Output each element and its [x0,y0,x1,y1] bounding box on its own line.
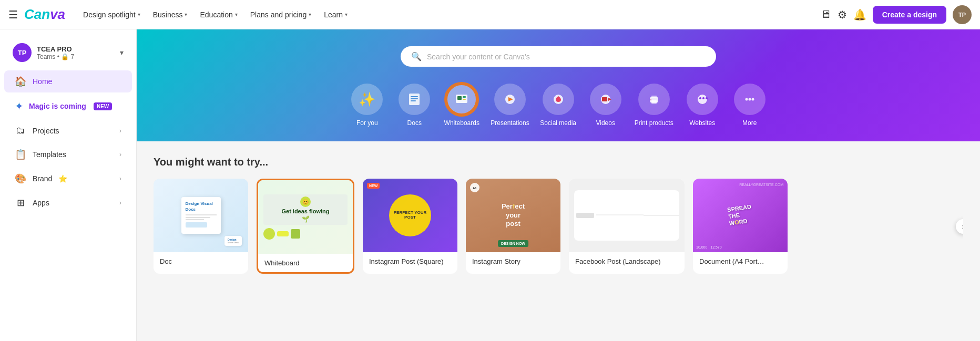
instagram-story-label: Instagram Story [466,252,560,271]
chevron-right-icon: › [119,199,121,206]
sidebar-magic-label: Magic is coming [29,102,86,110]
chevron-right-icon: › [119,175,121,182]
sidebar-item-projects[interactable]: 🗂 Projects › [4,120,132,141]
top-nav-items: Design spotlight ▾ Business ▾ Education … [78,7,816,22]
cards-next-button[interactable]: › [956,219,963,234]
print-products-circle [638,84,670,115]
chevron-down-icon: ▾ [345,12,348,17]
social-media-circle [543,84,574,115]
svg-point-19 [699,97,701,99]
websites-circle [687,84,718,115]
category-websites[interactable]: Websites [684,84,721,127]
facebook-post-thumb [569,179,685,252]
chevron-down-icon: ▾ [120,48,124,57]
category-social-media[interactable]: Social media [540,84,577,127]
svg-rect-1 [411,96,418,97]
svg-point-24 [751,98,754,101]
document-a4-label: Document (A4 Port… [693,252,788,271]
card-document-a4[interactable]: SPREADTHEWORD 10,000 12,570 REALLYGREATS… [693,179,788,274]
hero-banner: 🔍 ✨ For you Docs Whi [137,29,980,141]
home-icon: 🏠 [15,76,26,87]
nav-design-spotlight[interactable]: Design spotlight ▾ [78,7,146,22]
sidebar-item-home[interactable]: 🏠 Home [4,70,132,92]
card-instagram-post[interactable]: PERFECT YOUR POST NEW Instagram Post (Sq… [363,179,457,274]
chevron-right-icon: › [119,151,121,158]
sidebar-item-brand[interactable]: 🎨 Brand ⭐ › [4,168,132,190]
svg-point-18 [698,95,707,104]
sidebar-user[interactable]: TP TCEA PRO Teams • 🔒 7 ▾ [4,38,132,67]
sidebar-item-templates[interactable]: 📋 Templates › [4,143,132,166]
category-videos[interactable]: Videos [587,84,624,127]
whiteboard-label: Whiteboard [258,254,353,272]
main-layout: TP TCEA PRO Teams • 🔒 7 ▾ 🏠 Home ✦ Magic… [0,29,980,341]
new-badge: NEW [94,102,112,110]
for-you-circle: ✨ [351,84,383,115]
svg-rect-2 [411,98,418,99]
svg-point-21 [706,97,708,99]
sidebar-item-magic[interactable]: ✦ Magic is coming NEW [4,95,132,118]
videos-circle [590,84,621,115]
magic-star-icon: ✦ [15,100,24,112]
instagram-post-label: Instagram Post (Square) [363,252,457,271]
canva-logo[interactable]: Canva [24,6,65,23]
svg-rect-16 [651,100,657,104]
category-docs[interactable]: Docs [396,84,433,127]
svg-point-17 [650,99,651,100]
sidebar-item-apps[interactable]: ⊞ Apps › [4,192,132,214]
document-a4-thumb: SPREADTHEWORD 10,000 12,570 REALLYGREATS… [693,179,788,252]
card-doc[interactable]: Design Visual Docs Design Visual Docs [154,179,248,274]
cards-row: Design Visual Docs Design Visual Docs [154,179,963,274]
top-navigation: ☰ Canva Design spotlight ▾ Business ▾ Ed… [0,0,980,29]
apps-icon: ⊞ [15,197,26,209]
search-bar[interactable]: 🔍 [401,46,716,67]
svg-rect-5 [457,96,462,100]
chevron-right-icon: › [119,127,121,135]
hamburger-icon[interactable]: ☰ [8,8,18,21]
chevron-down-icon: ▾ [235,12,238,17]
chevron-down-icon: ▾ [138,12,140,17]
nav-business[interactable]: Business ▾ [148,7,193,22]
more-circle [734,84,765,115]
sidebar: TP TCEA PRO Teams • 🔒 7 ▾ 🏠 Home ✦ Magic… [0,29,137,341]
category-more[interactable]: More [731,84,768,127]
svg-rect-15 [651,96,657,98]
content-section: You might want to try... Design Visual D… [137,141,980,288]
category-presentations[interactable]: Presentations [491,84,529,127]
svg-rect-3 [411,100,416,101]
section-title: You might want to try... [154,156,963,168]
avatar[interactable]: TP [953,5,972,24]
svg-point-20 [702,97,705,99]
instagram-story-thumb: Perfectyourpost ω DESIGN NOW [466,179,560,252]
svg-rect-6 [463,96,466,98]
monitor-icon[interactable]: 🖥 [821,8,831,20]
card-facebook-post[interactable]: Facebook Post (Landscape) [569,179,685,274]
top-nav-right: 🖥 ⚙ 🔔 Create a design TP [821,5,972,24]
sidebar-user-name: TCEA PRO [37,45,115,53]
main-content: 🔍 ✨ For you Docs Whi [137,29,980,341]
sidebar-user-sub: Teams • 🔒 7 [37,53,115,60]
docs-circle [399,84,430,115]
category-for-you[interactable]: ✨ For you [349,84,385,127]
create-design-button[interactable]: Create a design [873,6,946,24]
doc-thumb: Design Visual Docs Design Visual Docs [154,179,248,252]
nav-plans-pricing[interactable]: Plans and pricing ▾ [245,7,317,22]
star-badge: ⭐ [58,174,67,183]
category-whiteboards[interactable]: Whiteboards [443,84,480,127]
brand-icon: 🎨 [15,173,26,184]
category-print-products[interactable]: Print products [635,84,673,127]
svg-rect-12 [602,97,607,101]
facebook-post-label: Facebook Post (Landscape) [569,252,685,271]
chevron-down-icon: ▾ [309,12,311,17]
card-instagram-story[interactable]: Perfectyourpost ω DESIGN NOW Instagram S… [466,179,560,274]
whiteboard-thumb: 😊 Get ideas flowing 🌱 [258,180,353,254]
search-input[interactable] [427,53,706,61]
doc-label: Doc [154,252,248,271]
category-row: ✨ For you Docs Whiteboards [349,84,768,127]
bell-icon[interactable]: 🔔 [853,8,866,21]
instagram-post-thumb: PERFECT YOUR POST NEW [363,179,457,252]
card-whiteboard[interactable]: 😊 Get ideas flowing 🌱 [257,179,354,274]
settings-icon[interactable]: ⚙ [838,8,847,21]
nav-education[interactable]: Education ▾ [195,7,242,22]
nav-learn[interactable]: Learn ▾ [319,7,353,22]
whiteboards-circle [446,84,477,115]
